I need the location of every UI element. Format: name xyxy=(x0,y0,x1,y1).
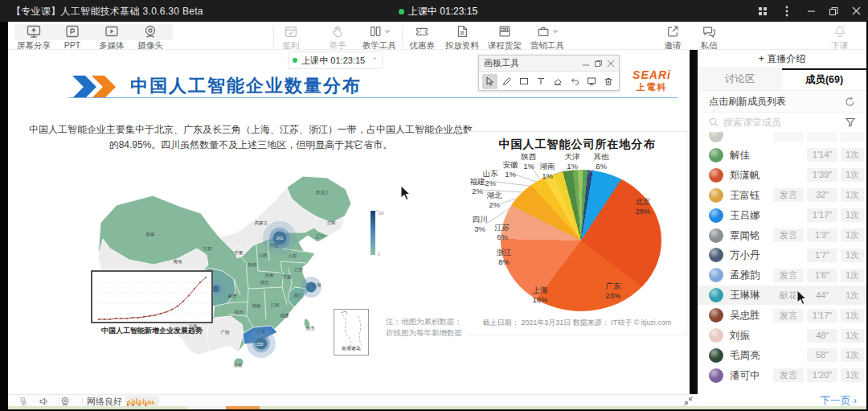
webcam-status-icon[interactable] xyxy=(59,395,71,407)
toolbar-button-marketing[interactable]: 营销工具 xyxy=(524,24,571,51)
panel-close-icon[interactable] xyxy=(608,60,614,67)
svg-text:241: 241 xyxy=(276,236,284,240)
marketing-icon xyxy=(536,24,551,39)
svg-text:山西: 山西 xyxy=(259,253,268,258)
toolbar-button-materials[interactable]: 投放资料 xyxy=(439,24,485,51)
map-legend: 100 0 xyxy=(371,210,384,257)
more-menu-icon[interactable] xyxy=(776,0,797,22)
class-timer-pill[interactable]: 上课中 01:23:15 ⌃ xyxy=(288,51,383,69)
toolbar-button-dm[interactable]: 私信 xyxy=(686,24,732,51)
member-row-郑潇帆[interactable]: 郑潇帆1'39"1次 xyxy=(698,166,866,185)
member-row-王富钰[interactable]: 王富钰发言32"1次 xyxy=(698,186,866,205)
undo-tool-icon[interactable] xyxy=(567,74,582,89)
pie-chart-panel: 中国人工智能公司所在地分布 北京28%广东23%上海16%浙江8%江苏6%四川3… xyxy=(468,131,687,335)
member-row-毛周亮[interactable]: 毛周亮58"1次 xyxy=(698,346,866,365)
member-name: 王富钰 xyxy=(730,186,760,205)
avatar xyxy=(709,288,723,302)
collapse-view-icon[interactable] xyxy=(683,395,694,407)
member-row-王吕娜[interactable]: 王吕娜1'17"1次 xyxy=(698,206,866,225)
refresh-members-button[interactable]: 点击刷新成员列表 xyxy=(698,91,866,113)
screen-tool-icon[interactable] xyxy=(583,74,599,89)
svg-text:福建: 福建 xyxy=(280,313,290,319)
panel-minimize-icon[interactable] xyxy=(583,60,589,67)
select-tool-icon[interactable] xyxy=(482,74,497,89)
pie-label-江苏: 江苏6% xyxy=(495,223,510,241)
avatar xyxy=(709,132,723,142)
toolbar-button-shelf[interactable]: 课程货架 xyxy=(481,24,528,51)
member-list: 解佳1'14"1次郑潇帆1'39"1次王富钰发言32"1次王吕娜1'17"1次覃… xyxy=(698,132,866,393)
avatar xyxy=(709,248,723,262)
count-badge: 1次 xyxy=(841,368,864,382)
live-intro-button[interactable]: + 直播介绍 xyxy=(698,50,866,68)
clear-tool-icon[interactable] xyxy=(600,74,616,89)
speaker-icon[interactable] xyxy=(39,395,50,407)
avatar xyxy=(709,368,723,383)
toolbar-button-hand[interactable]: 举手 xyxy=(314,24,361,51)
restore-button[interactable] xyxy=(823,0,844,22)
member-row-刘振[interactable]: 刘振48"1次 xyxy=(698,326,866,345)
toolbar-button-teach-tools[interactable]: 教学工具 xyxy=(356,24,403,51)
invite-icon xyxy=(665,24,680,39)
avatar xyxy=(709,348,723,363)
member-row-覃闻铭[interactable]: 覃闻铭发言1'3"1次 xyxy=(698,226,866,245)
pen-tool-icon[interactable] xyxy=(499,74,514,89)
filter-icon[interactable] xyxy=(845,117,855,127)
toolbar-button-end-class[interactable]: 下课 xyxy=(817,24,863,51)
window-titlebar: 【专业课】人工智能技术基础 3.0.6.30 Beta 上课中 01:23:15 xyxy=(0,0,868,22)
collapse-chevron-icon[interactable]: ⌃ xyxy=(371,56,378,64)
next-page-button[interactable]: 下一页 › xyxy=(821,394,857,406)
minimize-button[interactable] xyxy=(800,0,821,22)
statusbar-separator xyxy=(82,397,83,405)
text-tool-icon[interactable] xyxy=(533,74,548,89)
member-search-box[interactable]: 搜索课堂成员 xyxy=(698,113,866,132)
layout-grid-icon[interactable] xyxy=(752,0,773,22)
svg-text:内蒙古: 内蒙古 xyxy=(255,220,268,225)
member-row[interactable] xyxy=(698,132,866,145)
title-chevrons-icon xyxy=(71,74,121,100)
tab-members[interactable]: 成员(69) xyxy=(782,68,866,90)
svg-text:0: 0 xyxy=(378,253,380,257)
member-row-孟雅韵[interactable]: 孟雅韵发言1'6"1次 xyxy=(698,265,866,285)
app-window: 【专业课】人工智能技术基础 3.0.6.30 Beta 上课中 01:23:15… xyxy=(0,0,868,411)
close-button[interactable] xyxy=(845,0,866,22)
member-row-王琳琳[interactable]: 王琳琳献花44"1次 xyxy=(698,286,866,305)
pie-label-湖北: 湖北2% xyxy=(487,191,502,209)
member-name: 刘振 xyxy=(730,326,750,345)
member-name: 解佳 xyxy=(730,146,750,165)
count-badge: 1次 xyxy=(841,208,864,222)
duration-badge: 1'3" xyxy=(807,228,837,242)
duration-badge: 1'14" xyxy=(807,148,837,162)
pie-label-安徽: 安徽1% xyxy=(503,160,518,179)
toolbar-button-checkin[interactable]: 签到 xyxy=(268,24,314,51)
panel-restore-icon[interactable] xyxy=(595,60,602,67)
rect-tool-icon[interactable] xyxy=(516,74,531,89)
count-badge: 1次 xyxy=(841,188,864,202)
mic-muted-icon[interactable] xyxy=(18,395,29,407)
count-badge: 1次 xyxy=(841,148,864,162)
member-name: 吴忠胜 xyxy=(730,306,760,325)
svg-text:浙江: 浙江 xyxy=(294,293,304,298)
member-name: 覃闻铭 xyxy=(730,226,760,245)
count-badge: 1次 xyxy=(841,289,864,302)
toolbar-button-webcam[interactable]: 摄像头 xyxy=(127,24,174,51)
svg-text:湖南: 湖南 xyxy=(252,303,262,308)
svg-text:青海: 青海 xyxy=(174,259,183,265)
member-row-解佳[interactable]: 解佳1'14"1次 xyxy=(698,146,866,165)
pie-label-湖南: 湖南1% xyxy=(540,162,555,180)
svg-text:新疆: 新疆 xyxy=(146,232,156,236)
duration-badge: 1'17" xyxy=(807,208,837,222)
member-row-潘可中[interactable]: 潘可中发言1'20"1次 xyxy=(698,366,866,385)
member-row-吴忠胜[interactable]: 吴忠胜发言1'17"1次 xyxy=(698,306,866,325)
tab-discussion[interactable]: 讨论区 xyxy=(698,68,782,90)
avatar xyxy=(709,268,723,282)
whiteboard-tools-panel[interactable]: 画板工具 xyxy=(478,55,620,91)
duration-badge: 44" xyxy=(807,289,837,302)
svg-text:湖北: 湖北 xyxy=(260,280,270,286)
svg-text:甘肃: 甘肃 xyxy=(203,246,213,251)
whiteboard-panel-title: 画板工具 xyxy=(484,57,519,69)
media-icon xyxy=(104,23,120,39)
eraser-tool-icon[interactable] xyxy=(550,74,565,89)
svg-text:宁夏: 宁夏 xyxy=(235,250,244,256)
svg-text:海南: 海南 xyxy=(234,363,244,368)
member-row-万小丹[interactable]: 万小丹1'7"1次 xyxy=(698,245,866,265)
